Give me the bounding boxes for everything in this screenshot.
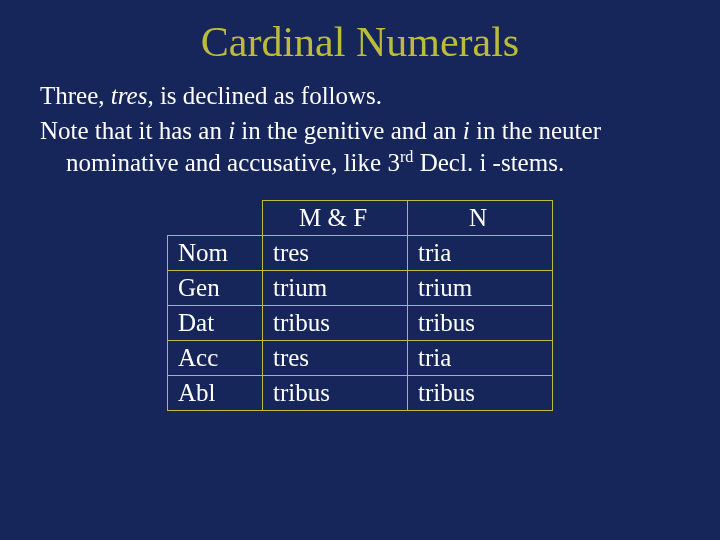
case-label: Abl [168, 375, 263, 410]
note-line: Note that it has an i in the genitive an… [40, 115, 680, 178]
cell-mf: tres [263, 340, 408, 375]
text-fragment: Note that it has an [40, 117, 228, 144]
table-row: Acc tres tria [168, 340, 553, 375]
case-label: Dat [168, 305, 263, 340]
table-row: Abl tribus tribus [168, 375, 553, 410]
cell-mf: trium [263, 270, 408, 305]
latin-letter: i [463, 117, 470, 144]
cell-mf: tribus [263, 375, 408, 410]
cell-n: tria [408, 235, 553, 270]
table-row: Dat tribus tribus [168, 305, 553, 340]
col-header-n: N [408, 200, 553, 235]
table-header-row: M & F N [168, 200, 553, 235]
declension-table-wrap: M & F N Nom tres tria Gen trium trium Da… [40, 200, 680, 411]
slide: Cardinal Numerals Three, tres, is declin… [0, 0, 720, 540]
text-fragment: Three, [40, 82, 111, 109]
table-row: Gen trium trium [168, 270, 553, 305]
cell-mf: tribus [263, 305, 408, 340]
text-fragment: in the genitive and an [235, 117, 463, 144]
text-fragment: Decl. i -stems. [413, 149, 564, 176]
cell-mf: tres [263, 235, 408, 270]
cell-n: tria [408, 340, 553, 375]
slide-title: Cardinal Numerals [40, 18, 680, 66]
text-fragment: , is declined as follows. [147, 82, 382, 109]
table-row: Nom tres tria [168, 235, 553, 270]
case-label: Acc [168, 340, 263, 375]
cell-n: tribus [408, 305, 553, 340]
case-label: Nom [168, 235, 263, 270]
cell-n: tribus [408, 375, 553, 410]
table-corner-cell [168, 200, 263, 235]
latin-word: tres [111, 82, 148, 109]
ordinal-suffix: rd [400, 147, 414, 165]
col-header-mf: M & F [263, 200, 408, 235]
cell-n: trium [408, 270, 553, 305]
declension-table: M & F N Nom tres tria Gen trium trium Da… [167, 200, 553, 411]
intro-line: Three, tres, is declined as follows. [40, 80, 680, 111]
case-label: Gen [168, 270, 263, 305]
